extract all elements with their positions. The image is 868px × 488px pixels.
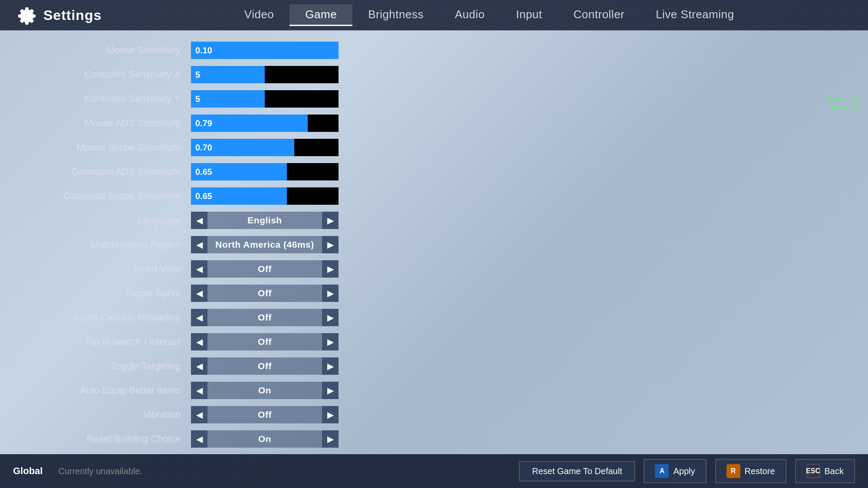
arrow-left-region[interactable]: ◀	[191, 236, 207, 253]
control-reset-building[interactable]: ◀ On ▶	[191, 429, 356, 449]
arrow-left-vibration[interactable]: ◀	[191, 406, 207, 423]
arrow-right-sprint-cancel[interactable]: ▶	[322, 309, 339, 326]
arrow-left-invert-view[interactable]: ◀	[191, 260, 207, 278]
control-mouse-sensitivity[interactable]: 0.10	[191, 41, 356, 60]
arrow-reset-building[interactable]: ◀ On ▶	[191, 430, 339, 448]
slider-gamepad-ads[interactable]: 0.65	[191, 163, 339, 180]
slider-mouse-sensitivity[interactable]: 0.10	[191, 42, 339, 59]
label-toggle-targeting: Toggle Targeting	[26, 360, 191, 372]
settings-list: Mouse Sensitivity 0.10 Controller Sensit…	[26, 39, 356, 452]
slider-ctrl-x[interactable]: 5	[191, 66, 339, 83]
arrow-left-tap-search[interactable]: ◀	[191, 333, 207, 350]
arrow-auto-equip[interactable]: ◀ On ▶	[191, 382, 339, 399]
restore-key-badge: R	[727, 464, 740, 478]
tab-game[interactable]: Game	[289, 4, 352, 26]
arrow-right-toggle-sprint[interactable]: ▶	[322, 285, 339, 302]
tab-live-streaming[interactable]: Live Streaming	[640, 4, 750, 26]
arrow-sprint-cancel[interactable]: ◀ Off ▶	[191, 309, 339, 326]
arrow-left-reset-building[interactable]: ◀	[191, 430, 207, 448]
nav-tabs: Video Game Brightness Audio Input Contro…	[128, 4, 851, 26]
setting-row-mouse-scope: Mouse Scope Sensitivity 0.70	[26, 136, 356, 159]
value-sprint-cancel: Off	[207, 312, 322, 323]
control-gamepad-scope[interactable]: 0.65	[191, 187, 356, 206]
apply-key-badge: A	[655, 464, 669, 478]
arrow-toggle-targeting[interactable]: ◀ Off ▶	[191, 357, 339, 375]
arrow-right-vibration[interactable]: ▶	[322, 406, 339, 423]
value-mouse-ads: 0.79	[195, 118, 212, 128]
arrow-left-toggle-sprint[interactable]: ◀	[191, 285, 207, 302]
value-language: English	[207, 215, 322, 226]
arrow-left-toggle-targeting[interactable]: ◀	[191, 357, 207, 375]
value-gamepad-ads: 0.65	[195, 167, 212, 177]
restore-label: Restore	[745, 466, 775, 476]
label-vibration: Vibration	[26, 409, 191, 420]
label-mouse-sensitivity: Mouse Sensitivity	[26, 45, 191, 56]
reset-default-button[interactable]: Reset Game To Default	[519, 461, 635, 481]
value-reset-building: On	[207, 434, 322, 444]
value-toggle-sprint: Off	[207, 288, 322, 298]
arrow-language[interactable]: ◀ English ▶	[191, 212, 339, 229]
back-button[interactable]: ESC Back	[795, 459, 855, 483]
control-invert-view[interactable]: ◀ Off ▶	[191, 259, 356, 278]
control-mouse-ads[interactable]: 0.79	[191, 114, 356, 133]
arrow-right-toggle-targeting[interactable]: ▶	[322, 357, 339, 375]
control-vibration[interactable]: ◀ Off ▶	[191, 405, 356, 424]
value-region: North America (46ms)	[207, 239, 322, 250]
control-toggle-sprint[interactable]: ◀ Off ▶	[191, 284, 356, 303]
control-tap-search[interactable]: ◀ Off ▶	[191, 332, 356, 351]
arrow-right-invert-view[interactable]: ▶	[322, 260, 339, 278]
label-ctrl-y: Controller Sensitivity Y	[26, 93, 191, 105]
slider-gamepad-scope[interactable]: 0.65	[191, 187, 339, 205]
arrow-region[interactable]: ◀ North America (46ms) ▶	[191, 236, 339, 253]
arrow-tap-search[interactable]: ◀ Off ▶	[191, 333, 339, 350]
slider-mouse-scope[interactable]: 0.70	[191, 139, 339, 156]
setting-row-reset-building: Reset Building Choice ◀ On ▶	[26, 428, 356, 450]
setting-row-vibration: Vibration ◀ Off ▶	[26, 403, 356, 426]
tab-input[interactable]: Input	[500, 4, 558, 26]
gear-icon	[17, 6, 36, 25]
control-mouse-scope[interactable]: 0.70	[191, 138, 356, 157]
arrow-left-auto-equip[interactable]: ◀	[191, 382, 207, 399]
arrow-right-region[interactable]: ▶	[322, 236, 339, 253]
arrow-left-language[interactable]: ◀	[191, 212, 207, 229]
label-reset-building: Reset Building Choice	[26, 433, 191, 445]
value-mouse-scope: 0.70	[195, 143, 212, 153]
control-ctrl-x[interactable]: 5	[191, 65, 356, 84]
label-auto-equip: Auto Equip Better Items	[26, 385, 191, 396]
control-auto-equip[interactable]: ◀ On ▶	[191, 381, 356, 400]
tab-brightness[interactable]: Brightness	[352, 4, 439, 26]
arrow-vibration[interactable]: ◀ Off ▶	[191, 406, 339, 423]
fps-display: 60.00 FPS 16.67 ms	[826, 95, 859, 112]
label-language: Language	[26, 215, 191, 226]
back-key-badge: ESC	[806, 464, 820, 478]
control-sprint-cancel[interactable]: ◀ Off ▶	[191, 308, 356, 327]
arrow-right-auto-equip[interactable]: ▶	[322, 382, 339, 399]
slider-ctrl-y[interactable]: 5	[191, 90, 339, 108]
control-language[interactable]: ◀ English ▶	[191, 211, 356, 230]
arrow-invert-view[interactable]: ◀ Off ▶	[191, 260, 339, 278]
tab-controller[interactable]: Controller	[558, 4, 640, 26]
apply-button[interactable]: A Apply	[644, 459, 706, 483]
control-gamepad-ads[interactable]: 0.65	[191, 162, 356, 181]
tab-audio[interactable]: Audio	[439, 4, 500, 26]
slider-mouse-ads[interactable]: 0.79	[191, 115, 339, 132]
arrow-toggle-sprint[interactable]: ◀ Off ▶	[191, 285, 339, 302]
setting-row-auto-equip: Auto Equip Better Items ◀ On ▶	[26, 379, 356, 402]
header: Settings Video Game Brightness Audio Inp…	[0, 0, 868, 30]
label-invert-view: Invert View	[26, 263, 191, 275]
arrow-right-language[interactable]: ▶	[322, 212, 339, 229]
label-gamepad-ads: Gamepad ADS Sensitivity	[26, 166, 191, 177]
arrow-left-sprint-cancel[interactable]: ◀	[191, 309, 207, 326]
restore-button[interactable]: R Restore	[715, 459, 786, 483]
value-gamepad-scope: 0.65	[195, 191, 212, 201]
control-region[interactable]: ◀ North America (46ms) ▶	[191, 235, 356, 254]
arrow-right-tap-search[interactable]: ▶	[322, 333, 339, 350]
global-label: Global	[13, 465, 43, 477]
tab-video[interactable]: Video	[229, 4, 290, 26]
label-mouse-ads: Mouse ADS Sensitivity	[26, 118, 191, 129]
control-ctrl-y[interactable]: 5	[191, 89, 356, 108]
arrow-right-reset-building[interactable]: ▶	[322, 430, 339, 448]
control-toggle-targeting[interactable]: ◀ Off ▶	[191, 357, 356, 376]
value-invert-view: Off	[207, 264, 322, 274]
back-label: Back	[825, 466, 844, 476]
